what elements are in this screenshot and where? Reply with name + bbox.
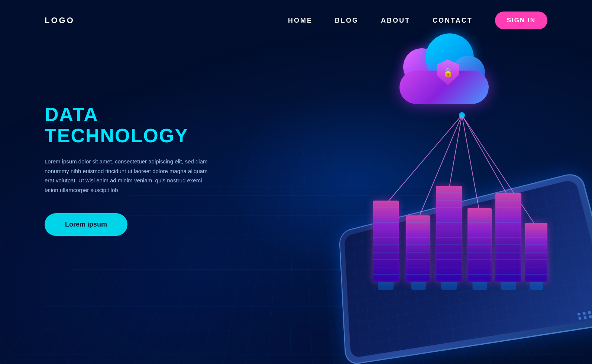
dot-6: [578, 317, 582, 320]
navigation: LOGO HOME BLOG ABOUT CONTACT SIGN IN: [0, 0, 592, 41]
lock-icon: 🔒: [443, 68, 453, 77]
nav-home[interactable]: HOME: [288, 17, 313, 25]
hero-content: DATA TECHNOLOGY Lorem ipsum dolor sit am…: [45, 104, 208, 236]
nav-blog[interactable]: BLOG: [335, 17, 359, 25]
server-tower-6: [525, 223, 547, 282]
dot-3: [588, 311, 591, 314]
server-tower-1: [373, 201, 399, 282]
hero-title: DATA TECHNOLOGY: [45, 104, 208, 146]
nav-contact[interactable]: CONTACT: [433, 17, 473, 25]
cloud-security: 🔒: [396, 52, 500, 119]
hero-cta-button[interactable]: Lorem ipsum: [45, 213, 127, 236]
svg-line-2: [449, 115, 462, 189]
server-tower-3: [436, 186, 462, 282]
svg-line-3: [462, 115, 479, 212]
shield-icon: 🔒: [437, 59, 459, 85]
hero-illustration: 🔒: [220, 22, 592, 357]
signin-button[interactable]: SIGN IN: [495, 12, 547, 29]
nav-logo[interactable]: LOGO: [45, 16, 75, 25]
svg-line-4: [462, 115, 508, 197]
hero-description: Lorem ipsum dolor sit amet, consectetuer…: [45, 157, 208, 195]
nav-about[interactable]: ABOUT: [381, 17, 410, 25]
nav-links: HOME BLOG ABOUT CONTACT SIGN IN: [288, 12, 547, 29]
cloud-shield: 🔒: [437, 59, 459, 85]
server-tower-5: [495, 193, 521, 282]
dot-8: [589, 315, 592, 318]
server-towers: [350, 111, 573, 290]
dot-2: [583, 312, 586, 315]
server-tower-2: [406, 215, 430, 282]
dot-1: [578, 313, 581, 316]
server-tower-4: [468, 208, 492, 282]
dot-7: [583, 316, 587, 319]
